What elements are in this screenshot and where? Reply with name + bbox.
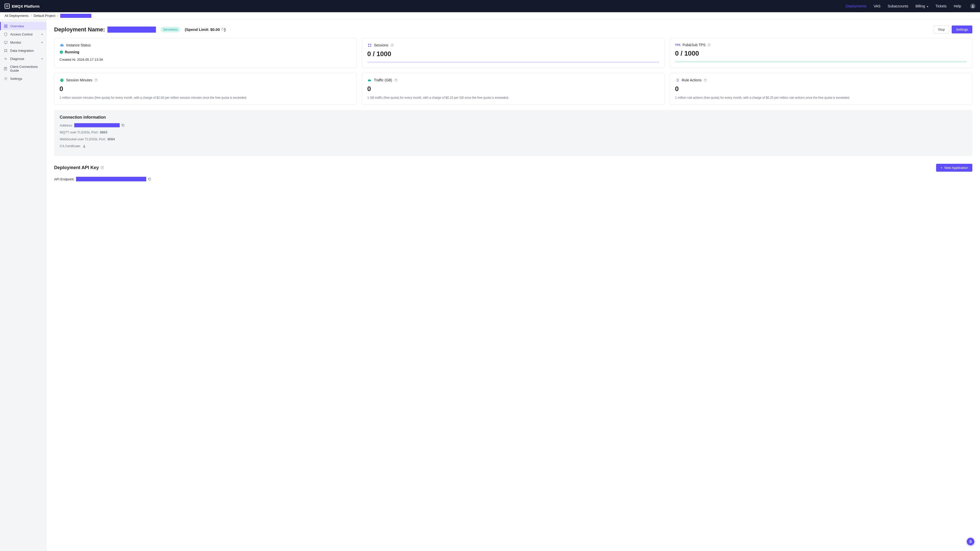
ca-cert-row: CA Certificate: (60, 144, 967, 148)
download-icon[interactable] (83, 144, 86, 148)
svg-rect-22 (368, 79, 371, 81)
help-icon[interactable] (394, 79, 398, 82)
copy-icon[interactable] (121, 124, 125, 127)
svg-point-14 (368, 44, 369, 44)
guide-icon (3, 67, 7, 71)
svg-rect-25 (123, 125, 124, 127)
diagnose-icon (3, 57, 8, 61)
main-content: Deployment Name: Serverless (Spend Limit… (46, 19, 980, 551)
copy-icon[interactable] (148, 177, 151, 181)
sidebar-item-access-control[interactable]: Access Control ▾ (0, 30, 46, 38)
card-title: Session Minutes (66, 78, 92, 82)
svg-point-16 (368, 46, 369, 47)
ca-cert-label: CA Certificate: (60, 144, 81, 148)
svg-point-8 (4, 51, 5, 52)
monitor-icon (3, 40, 8, 44)
settings-button[interactable]: Settings (952, 25, 972, 33)
chevron-down-icon: ▾ (41, 41, 43, 44)
sidebar-label: Monitor (10, 41, 21, 44)
top-nav: Deployments VAS Subaccounts Billing ▾ Ti… (845, 3, 975, 9)
help-icon[interactable] (703, 79, 707, 82)
session-minutes-value: 0 (59, 85, 352, 93)
plus-icon: + (940, 166, 942, 170)
sessions-progress (367, 62, 659, 63)
tps-badge: TPS (675, 43, 680, 46)
sidebar-label: Diagnose (10, 57, 24, 61)
sidebar-item-settings[interactable]: Settings (0, 75, 46, 83)
brand-logo[interactable]: EMQX Platform (5, 3, 40, 9)
card-title: Instance Status (66, 43, 91, 47)
crumb-separator: / (30, 14, 32, 17)
svg-point-15 (370, 44, 371, 44)
status-text: Running (65, 50, 80, 54)
sidebar-item-data-integration[interactable]: Data Integration (0, 46, 46, 55)
top-bar: EMQX Platform Deployments VAS Subaccount… (0, 0, 980, 12)
logo-icon (5, 3, 10, 9)
nav-billing[interactable]: Billing ▾ (915, 4, 928, 8)
sidebar-item-overview[interactable]: Overview (0, 22, 46, 30)
gear-icon (3, 76, 8, 81)
list-icon (675, 78, 679, 83)
traffic-value: 0 (367, 85, 659, 93)
nav-deployments[interactable]: Deployments (845, 4, 866, 8)
mqtt-port-value: 8883 (100, 130, 107, 134)
svg-rect-10 (4, 67, 7, 70)
card-title: Traffic (GB) (374, 78, 392, 82)
nav-subaccounts[interactable]: Subaccounts (888, 4, 908, 8)
deployment-name-redacted (107, 27, 156, 33)
created-value: 2024.05.17 13:34 (77, 58, 103, 62)
status-running: Running (59, 50, 352, 54)
ws-port-label: WebSocket over TLS/SSL Port: (60, 137, 106, 141)
check-circle-icon (59, 50, 63, 54)
sessions-icon (367, 43, 372, 48)
traffic-desc: 1 GB traffic (free quota) for every mont… (367, 95, 659, 100)
card-instance-status: Instance Status Running Created At: 2024… (54, 38, 357, 68)
crumb-default-project[interactable]: Default Project (34, 14, 56, 17)
connection-address-row: Address: (60, 123, 967, 127)
stop-button[interactable]: Stop (934, 25, 949, 33)
header-actions: Stop Settings (934, 25, 972, 33)
sidebar-label: Settings (10, 77, 22, 81)
card-traffic: Traffic (GB) 0 1 GB traffic (free quota)… (362, 73, 665, 105)
svg-rect-3 (4, 26, 5, 27)
nav-tickets[interactable]: Tickets (935, 4, 947, 8)
avatar[interactable] (970, 3, 975, 9)
ws-port-row: WebSocket over TLS/SSL Port: 8084 (60, 137, 967, 141)
help-icon[interactable] (94, 79, 98, 82)
api-endpoint-redacted (76, 177, 146, 181)
nav-billing-label: Billing (915, 4, 925, 8)
mqtt-port-label: MQTT over TLS/SSL Port: (60, 130, 98, 134)
deployment-name-label: Deployment Name: (54, 26, 105, 33)
svg-point-17 (370, 46, 371, 47)
svg-rect-4 (6, 26, 7, 27)
connection-panel: Connection information Address: MQTT ove… (54, 110, 972, 156)
nav-help[interactable]: Help (954, 4, 961, 8)
sidebar-item-client-connections-guide[interactable]: Client Connections Guide (0, 63, 46, 75)
sidebar-label: Access Control (10, 32, 32, 36)
help-icon[interactable] (100, 166, 104, 170)
new-application-button[interactable]: + New Application (936, 164, 972, 171)
overview-icon (3, 24, 8, 28)
svg-rect-2 (6, 24, 7, 25)
svg-rect-5 (4, 41, 7, 43)
created-label: Created At: (59, 58, 76, 62)
help-icon[interactable] (708, 43, 711, 47)
chevron-down-icon: ▾ (927, 5, 928, 8)
help-icon[interactable] (390, 44, 394, 47)
sidebar: Overview Access Control ▾ Monitor ▾ Data… (0, 19, 46, 551)
crumb-all-deployments[interactable]: All Deployments (5, 14, 29, 17)
spend-limit-prefix: (Spend Limit: (185, 27, 210, 32)
card-title: Rule Actions (682, 78, 702, 82)
help-fab[interactable] (967, 538, 974, 545)
metrics-row-1: Instance Status Running Created At: 2024… (54, 38, 972, 68)
address-value-redacted (74, 123, 120, 127)
card-rule-actions: Rule Actions 0 1 million rule actions (f… (670, 73, 972, 105)
sidebar-item-monitor[interactable]: Monitor ▾ (0, 38, 46, 46)
api-endpoint-label: API Endpoint: (54, 177, 75, 181)
nav-vas[interactable]: VAS (873, 4, 880, 8)
metrics-row-2: Session Minutes 0 1 million session minu… (54, 73, 972, 105)
crumb-deployment-name-redacted (60, 14, 91, 18)
help-icon[interactable] (221, 27, 224, 31)
svg-point-11 (5, 78, 6, 79)
sidebar-item-diagnose[interactable]: Diagnose ▾ (0, 55, 46, 63)
